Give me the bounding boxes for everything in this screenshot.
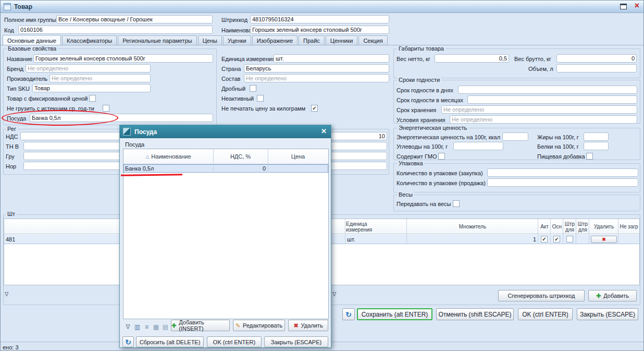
tab-section[interactable]: Секция (358, 35, 387, 45)
grid-icon[interactable]: ▦ (152, 323, 160, 331)
volume-input[interactable] (556, 64, 637, 72)
dialog-refresh-button[interactable]: ↻ (122, 336, 134, 347)
tab-bar: Основные данные Классификаторы Региональ… (3, 35, 388, 45)
kcal-input[interactable] (502, 132, 528, 141)
dialog-row-vat-cell: 0 (213, 165, 266, 172)
shelf-months-input[interactable] (467, 95, 637, 104)
skip-expired-checkbox[interactable] (103, 105, 109, 112)
tab-prices[interactable]: Цены (198, 35, 222, 45)
fats-input[interactable] (584, 132, 609, 141)
storage-conditions-label: Условия хранения (397, 117, 445, 123)
storage-period-input[interactable]: Не определено (441, 105, 637, 114)
country-input[interactable]: Беларусь (244, 64, 389, 72)
gross-weight-input[interactable]: 0 (556, 54, 637, 63)
filter-icon[interactable]: ∇ (124, 323, 132, 331)
unit-label: Единица измерения (221, 56, 275, 62)
tab-pricetags[interactable]: Ценники (326, 35, 358, 45)
dialog-edit-button[interactable]: ✎ Редактировать (233, 320, 285, 331)
net-weight-input[interactable]: 0,5 (435, 54, 509, 63)
energy-legend: Энергетическая ценность (397, 125, 468, 131)
barcode-input[interactable]: 4810795016324 (250, 15, 389, 23)
dialog-close-button[interactable]: ✕ (321, 127, 327, 135)
col-main-header: Осн (551, 219, 563, 234)
dialog-titlebar: Посуда (120, 125, 331, 138)
full-group-input[interactable]: Все / Консервы овощные / Горошек (56, 15, 213, 23)
filter-icon[interactable]: ∇ (5, 291, 8, 298)
dialog-row-name-cell: Банка 0,5л (125, 165, 154, 172)
brand-input[interactable]: Не определено (26, 64, 151, 72)
send-to-scales-label: Передавать на весы (397, 201, 451, 207)
dialog-section-label: Посуда (125, 141, 144, 148)
generate-barcode-button[interactable]: Сгенерировать штрихкод (498, 290, 585, 301)
barcode-cell-fragment: 481 (6, 236, 15, 243)
tab-pricelist[interactable]: Прайс (299, 35, 325, 45)
row-active-checkbox[interactable]: ✓ (541, 236, 548, 243)
dialog-ok-button[interactable]: OK (ctrl ENTER) (207, 336, 262, 347)
code-input[interactable]: 0160106 (18, 26, 213, 34)
col-notload-header: Не загр (618, 219, 639, 234)
tab-classifiers[interactable]: Классификаторы (62, 35, 117, 45)
sale-qty-input[interactable] (487, 178, 638, 187)
name-input[interactable]: Горошек зеленый консерв столовый 500г (250, 26, 389, 34)
dialog-reset-button[interactable]: Сбросить (alt DELETE) (136, 336, 204, 347)
tab-markdowns[interactable]: Уценки (223, 35, 251, 45)
filter-icon[interactable]: ∇ (332, 291, 336, 298)
product-window: Товар × Полное имя группы Все / Консервы… (0, 0, 644, 351)
manufacturer-input[interactable]: Не определено (49, 74, 151, 82)
send-to-scales-checkbox[interactable] (453, 200, 460, 207)
carbs-input[interactable] (453, 142, 503, 150)
tab-regional[interactable]: Региональные параметры (118, 35, 196, 45)
dialog-edit-label: Редактировать (243, 322, 282, 329)
full-group-label: Полное имя группы (4, 17, 56, 23)
dialog-add-label: Добавить (INSERT) (179, 319, 229, 332)
app-icon (4, 3, 11, 10)
row-shtr-checkbox[interactable] (566, 236, 573, 243)
refresh-button[interactable]: ↻ (342, 308, 355, 320)
dialog-close-bottom-button[interactable]: Закрыть (ESCAPE) (264, 336, 328, 347)
dialog-col-vat-header[interactable]: НДС, % (213, 149, 268, 164)
food-additive-checkbox[interactable] (586, 153, 593, 160)
dialog-add-button[interactable]: ✚ Добавить (INSERT) (171, 320, 230, 331)
purchase-qty-input[interactable] (487, 168, 638, 177)
fractional-checkbox[interactable] (250, 85, 256, 92)
inactive-checkbox[interactable] (257, 95, 264, 102)
card-view-icon[interactable]: ▤ (162, 323, 169, 331)
dialog-col-name-header[interactable]: △ Наименование (123, 149, 213, 164)
composition-input[interactable]: Не определено (244, 74, 389, 82)
col-multiplier-header: Множитель (407, 219, 538, 234)
col-divider (618, 219, 618, 244)
sku-type-label: Тип SKU (7, 86, 30, 92)
close-window-button[interactable]: × (635, 1, 639, 10)
fixed-price-checkbox[interactable] (89, 95, 96, 102)
sku-type-input[interactable]: Товар (32, 84, 151, 92)
row-delete-button[interactable]: ✖ (591, 236, 617, 243)
row-main-checkbox[interactable]: ✓ (553, 236, 560, 243)
unit-input[interactable]: шт. (274, 54, 389, 63)
vat-label: НДС (6, 134, 18, 140)
product-name-input[interactable]: Горошек зеленый консерв столовый 500г (33, 54, 213, 63)
purchase-qty-label: Количество в упаковке (закупка) (397, 170, 483, 176)
maximize-button[interactable] (620, 4, 627, 9)
columns-icon[interactable]: ▥ (133, 323, 141, 331)
numbered-list-icon[interactable]: ≡ (143, 323, 151, 331)
norm-label: Нор (6, 163, 16, 170)
save-button[interactable]: Сохранить (alt ENTER) (357, 308, 432, 320)
gmo-checkbox[interactable] (438, 153, 445, 160)
regional-legend: Рег (6, 126, 18, 132)
unit-cell: шт. (347, 236, 355, 243)
col-divider (213, 149, 214, 173)
proteins-input[interactable] (584, 142, 609, 150)
ok-button[interactable]: OK (ctrl ENTER) (518, 308, 573, 320)
dialog-delete-button[interactable]: ✖ Удалить (288, 320, 328, 331)
fats-label: Жиры на 100г, г (537, 134, 579, 140)
close-button[interactable]: Закрыть (ESCAPE) (577, 308, 638, 320)
cancel-button[interactable]: Отменить (shift ESCAPE) (436, 308, 514, 320)
status-text: ено: 3 (3, 344, 19, 350)
dialog-col-price-header[interactable]: Цена (268, 149, 328, 164)
storage-conditions-input[interactable]: Не определено (450, 115, 637, 124)
shelf-days-input[interactable] (458, 86, 637, 94)
add-barcode-button[interactable]: ✚ Добавить (588, 290, 637, 301)
no-kg-price-checkbox[interactable]: ✓ (311, 105, 318, 112)
tab-main-data[interactable]: Основные данные (3, 35, 61, 45)
tab-image[interactable]: Изображение (252, 35, 298, 45)
